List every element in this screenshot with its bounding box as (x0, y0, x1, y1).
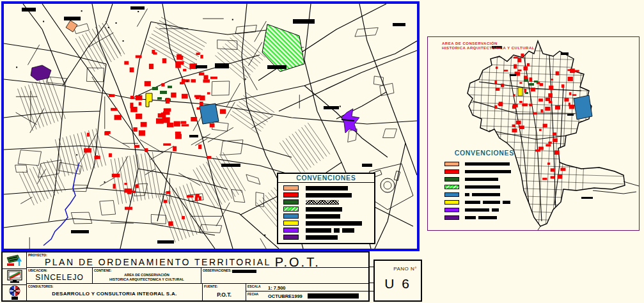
ubicacion-label: UBICACION: (28, 268, 47, 272)
legend-redacted-label (306, 221, 362, 226)
observaciones-cell: OBSERVACIONES: (201, 268, 368, 284)
fuente-cell: FUENTE: P.O.T. (203, 284, 246, 300)
blue-area-swatch (444, 192, 459, 197)
legend-item-yellow-buildings (444, 200, 553, 205)
legend-item-green-hatched-area (283, 206, 374, 212)
legend-item-dark-green-area (283, 199, 374, 205)
yellow-buildings-swatch (283, 221, 299, 226)
redacted-street-label (22, 8, 36, 12)
yellow-buildings-swatch (444, 200, 459, 205)
contiene-line2: HISTORICA ARQUITECTONICA Y CULTURAL (93, 277, 201, 282)
panel-header-line2: HISTORICA ARQUITECTONICA Y CULTURAL (442, 46, 535, 50)
green-hatched-area (262, 24, 304, 72)
plano-number: U 6 (375, 276, 421, 291)
legend-redacted-label (465, 178, 498, 181)
redacted-street-label (64, 17, 81, 20)
consultores-value: DESARROLLO Y CONSULTORIA INTEGRAL S.A. (27, 291, 202, 297)
fecha-label: FECHA (247, 292, 258, 296)
escala-value: 1: 7.500 (268, 285, 286, 291)
red-buildings-swatch (283, 192, 299, 198)
legend-hatched-label (306, 200, 339, 205)
consultores-cell: CONSULTORES: DESARROLLO Y CONSULTORIA IN… (27, 284, 203, 300)
redacted-street-label (561, 52, 569, 55)
redacted-street-label (293, 19, 315, 24)
violet-area-swatch (444, 208, 459, 212)
legend-redacted-label (483, 201, 500, 204)
legend-main-title: CONVENCIONES (278, 174, 374, 183)
redacted-street-label (196, 65, 207, 68)
salmon-area-swatch (444, 162, 459, 166)
redacted-street-label (324, 106, 339, 109)
legend-panel-title: CONVENCIONES (455, 150, 553, 157)
fuente-label: FUENTE: (204, 284, 218, 288)
consultores-label: CONSULTORES: (28, 284, 54, 288)
legend-redacted-label (306, 235, 338, 240)
legend-item-dark-green-area (444, 177, 553, 182)
dark-purple-area-swatch (283, 235, 299, 240)
legend-redacted-label (465, 170, 511, 173)
conservation-panel: AREA DE CONSERVACIÓN HISTORICA ARQUITECT… (427, 36, 640, 231)
legend-redacted-label (334, 228, 340, 233)
dark-purple-area-swatch (444, 215, 459, 220)
redacted-street-label (215, 63, 229, 68)
legend-redacted-label (492, 208, 499, 212)
salmon-area (66, 20, 77, 32)
row-tick-1 (368, 267, 373, 267)
redacted-street-label (567, 114, 574, 116)
fuente-value: P.O.T. (203, 291, 246, 298)
row-tick-3 (368, 291, 373, 291)
legend-redacted-label (465, 208, 489, 212)
flag-logo-icon (5, 254, 24, 268)
legend-redacted-label (465, 162, 510, 166)
green-hatched-area-swatch (444, 185, 459, 189)
logo-column (3, 252, 27, 300)
escala-cell: ESCALA 1: 7.500 (246, 284, 368, 291)
legend-item-salmon-area (283, 185, 374, 190)
redacted-street-label (130, 6, 145, 10)
legend-item-dark-purple-area (444, 215, 553, 220)
fecha-cell: FECHA OCTUBRE1999 (246, 291, 368, 300)
stadium (381, 178, 395, 192)
panel-header-line1: AREA DE CONSERVACIÓN (442, 42, 535, 46)
blue-parcel (200, 104, 219, 124)
contiene-value: AREA DE CONSERVACIÓN HISTORICA ARQUITECT… (93, 273, 201, 282)
redacted-street-label (189, 135, 198, 137)
logo-cell-2 (3, 268, 27, 285)
logo-cell-1 (3, 252, 27, 269)
redacted-street-label (267, 65, 287, 69)
legend-redacted-label (465, 185, 500, 189)
contiene-line1: AREA DE CONSERVACIÓN (93, 273, 201, 277)
legend-item-red-buildings (283, 192, 374, 198)
title-block: PROYECTO: PLAN DE ORDENAMIENTO TERRITORI… (1, 251, 370, 302)
redacted-street-label (362, 164, 372, 167)
legend-item-dark-purple-area (283, 235, 374, 240)
redacted-street-label (510, 74, 516, 76)
ubicacion-value: SINCELEJO (27, 273, 92, 282)
contiene-label: CONTIENE: (94, 268, 112, 272)
legend-redacted-label (306, 186, 348, 190)
redacted-street-label (221, 164, 240, 167)
project-row: PROYECTO: PLAN DE ORDENAMIENTO TERRITORI… (27, 252, 368, 268)
legend-redacted-label (306, 193, 352, 198)
legend-redacted-label (342, 228, 354, 233)
park-mark (160, 91, 167, 94)
park-mark (157, 97, 162, 100)
legend-redacted-label (472, 193, 500, 196)
dark-green-area-swatch (283, 199, 299, 205)
legend-item-salmon-area (444, 162, 553, 166)
legend-item-yellow-buildings (283, 221, 374, 226)
park-mark (168, 86, 172, 88)
pot-title-text: P.O.T. (275, 255, 320, 269)
redacted-street-label (393, 23, 405, 26)
legend-item-blue-area (283, 214, 374, 219)
legend-main-box: CONVENCIONES (277, 173, 375, 244)
cad-sheet: CONVENCIONES AREA DE CONSERVACIÓN HISTOR… (0, 0, 644, 303)
legend-redacted-label (306, 214, 340, 219)
legend-redacted-label (306, 228, 331, 233)
legend-item-blue-area (444, 192, 553, 197)
legend-redacted-label (465, 216, 476, 219)
park-mark (152, 87, 158, 90)
blue-area-swatch (283, 214, 299, 219)
plano-label: PANO N° (393, 266, 417, 272)
legend-item-red-buildings (444, 169, 553, 174)
